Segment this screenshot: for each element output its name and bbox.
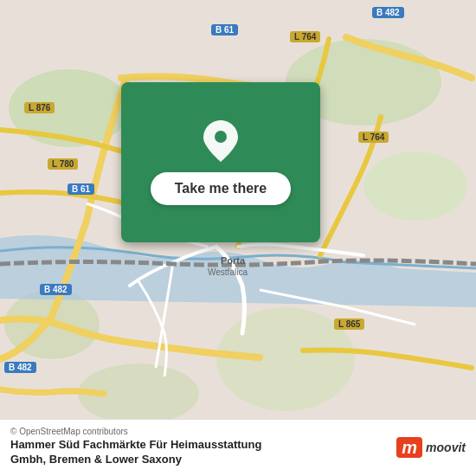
road-label-l865: L 865	[334, 318, 364, 330]
take-me-there-button[interactable]: Take me there	[151, 172, 291, 205]
road-label-b482-left: B 482	[40, 284, 72, 295]
road-label-l876: L 876	[24, 102, 55, 113]
svg-point-3	[363, 151, 467, 221]
location-pin-icon	[200, 120, 241, 162]
road-label-b482-bottom: B 482	[4, 362, 36, 373]
place-name: Hammer Süd Fachmärkte Für Heimausstattun…	[10, 438, 261, 467]
road-label-l764-right: L 764	[358, 132, 389, 143]
svg-point-10	[215, 131, 227, 143]
road-label-b61-top: B 61	[211, 24, 238, 35]
road-label-l764-top: L 764	[290, 31, 320, 42]
moovit-m-icon: m	[396, 437, 422, 458]
road-label-l780: L 780	[48, 158, 78, 170]
road-label-b61-mid: B 61	[68, 183, 94, 195]
bottom-info: © OpenStreetMap contributors Hammer Süd …	[10, 427, 261, 467]
moovit-logo: m moovit	[396, 437, 466, 458]
osm-attribution: © OpenStreetMap contributors	[10, 427, 261, 436]
moovit-wordmark: moovit	[426, 441, 466, 454]
svg-text:Westfalica: Westfalica	[208, 267, 248, 277]
map-container: Porta Westfalica B 482 B 61 L 764 L 876 …	[0, 0, 476, 476]
road-label-b482-top: B 482	[372, 7, 404, 18]
svg-text:Porta: Porta	[221, 255, 246, 266]
bottom-bar: © OpenStreetMap contributors Hammer Süd …	[0, 419, 476, 476]
navigation-card: Take me there	[121, 82, 320, 242]
